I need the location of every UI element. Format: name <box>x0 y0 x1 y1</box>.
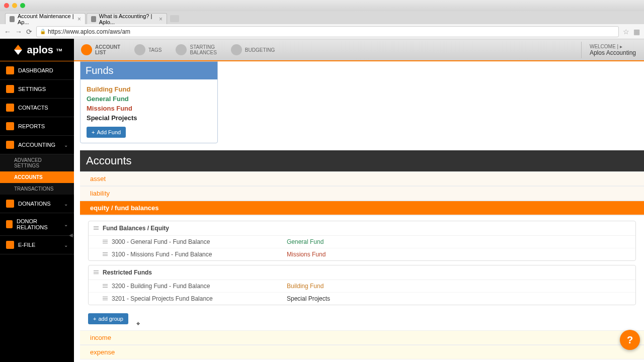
topnav-budgeting[interactable]: BUDGETING <box>224 44 282 55</box>
sidebar-icon <box>6 122 14 130</box>
forward-button[interactable]: → <box>15 28 22 36</box>
tab-close-icon[interactable]: × <box>77 16 81 23</box>
account-name: 3200 - Building Fund - Fund Balance <box>112 283 283 290</box>
main-layout: DASHBOARDSETTINGSCONTACTSREPORTSACCOUNTI… <box>0 61 644 362</box>
equity-body: Fund Balances / Equity3000 - General Fun… <box>80 215 644 330</box>
funds-header: Funds <box>80 62 217 79</box>
pie-chart-icon <box>81 44 92 55</box>
sidebar-item-donations[interactable]: DONATIONS⌄ <box>0 195 74 213</box>
drag-handle-icon[interactable] <box>94 270 99 275</box>
fund-link-missions-fund[interactable]: Missions Fund <box>87 104 211 113</box>
url-text: https://www.aplos.com/aws/am <box>48 28 130 35</box>
back-button[interactable]: ← <box>4 28 11 36</box>
content-area: Funds Building FundGeneral FundMissions … <box>74 61 644 362</box>
drag-handle-icon[interactable] <box>94 226 99 230</box>
drag-handle-icon[interactable] <box>103 284 108 288</box>
sidebar-label: DONOR RELATIONS <box>17 218 60 230</box>
account-group-header[interactable]: Restricted Funds <box>89 265 635 280</box>
fund-link-general-fund[interactable]: General Fund <box>87 94 211 104</box>
topnav-starting-balances[interactable]: STARTING BALANCES <box>169 44 223 55</box>
window-zoom-dot[interactable] <box>20 3 25 8</box>
browser-tab-0[interactable]: Account Maintenance | Ap... × <box>5 13 86 24</box>
plus-icon: + <box>92 129 95 135</box>
sidebar-sub-transactions[interactable]: TRANSACTIONS <box>0 183 74 195</box>
sidebar-label: ACCOUNTING <box>18 142 55 148</box>
sidebar-icon <box>6 66 14 74</box>
category-asset[interactable]: asset <box>80 171 644 186</box>
sidebar-label: DASHBOARD <box>18 67 53 73</box>
new-tab-button[interactable] <box>170 15 179 22</box>
browser-tab-1[interactable]: What is Accounting? | Aplo... × <box>87 13 167 24</box>
account-fund: Missions Fund <box>287 251 326 258</box>
category-liability[interactable]: liability <box>80 186 644 201</box>
welcome-box[interactable]: WELCOME | ▸ Aplos Accounting <box>581 42 644 58</box>
sidebar-label: E-FILE <box>18 242 35 248</box>
account-group-header[interactable]: Fund Balances / Equity <box>89 221 635 236</box>
drag-handle-icon[interactable] <box>103 240 108 244</box>
favicon-icon <box>10 16 15 22</box>
topnav-account-list[interactable]: ACCOUNT LIST <box>74 44 127 55</box>
account-row[interactable]: 3100 - Missions Fund - Fund BalanceMissi… <box>89 248 635 260</box>
fund-link-building-fund[interactable]: Building Fund <box>87 84 211 94</box>
funds-panel: Funds Building FundGeneral FundMissions … <box>80 61 218 143</box>
add-fund-label: Add Fund <box>97 129 121 135</box>
add-fund-button[interactable]: + Add Fund <box>87 127 126 138</box>
sidebar-item-contacts[interactable]: CONTACTS <box>0 99 74 117</box>
welcome-label: WELCOME | <box>590 44 618 49</box>
menu-icon[interactable]: ▦ <box>633 28 640 36</box>
sidebar-submenu: ADVANCED SETTINGSACCOUNTSTRANSACTIONS <box>0 154 74 195</box>
window-close-dot[interactable] <box>4 3 9 8</box>
favicon-icon <box>91 16 96 22</box>
chevron-down-icon: ⌄ <box>64 142 68 148</box>
sidebar-icon <box>6 241 14 249</box>
browser-url-bar: ← → ⟳ 🔒 https://www.aplos.com/aws/am ☆ ▦ <box>0 24 644 39</box>
drag-handle-icon[interactable] <box>103 297 108 301</box>
add-group-button[interactable]: + add group <box>88 313 128 324</box>
sidebar-icon <box>6 200 14 208</box>
welcome-caret: ▸ <box>620 44 622 49</box>
topnav-tags[interactable]: TAGS <box>127 44 169 55</box>
reload-button[interactable]: ⟳ <box>26 28 32 36</box>
calculator-icon <box>231 44 242 55</box>
gauge-icon <box>176 44 187 55</box>
category-equity[interactable]: equity / fund balances <box>80 201 644 215</box>
account-row[interactable]: 3200 - Building Fund - Fund BalanceBuild… <box>89 280 635 293</box>
plus-icon: + <box>93 316 96 322</box>
sidebar-sub-advanced-settings[interactable]: ADVANCED SETTINGS <box>0 154 74 171</box>
url-input[interactable]: 🔒 https://www.aplos.com/aws/am <box>36 26 619 37</box>
bookmark-star-icon[interactable]: ☆ <box>623 28 629 36</box>
account-row[interactable]: 3000 - General Fund - Fund BalanceGenera… <box>89 236 635 248</box>
sidebar-label: REPORTS <box>18 123 45 129</box>
topnav-label: ACCOUNT LIST <box>95 44 120 55</box>
account-name: 3201 - Special Projects Fund Balance <box>112 295 283 302</box>
sidebar-sub-accounts[interactable]: ACCOUNTS <box>0 171 74 183</box>
add-group-label: add group <box>98 316 123 322</box>
tab-close-icon[interactable]: × <box>159 16 163 23</box>
drag-handle-icon[interactable] <box>103 252 108 256</box>
sidebar-item-settings[interactable]: SETTINGS <box>0 80 74 99</box>
chevron-down-icon: ⌄ <box>64 242 68 248</box>
category-income[interactable]: income <box>80 330 644 345</box>
fund-link-special-projects[interactable]: Special Projects <box>87 113 211 123</box>
window-min-dot[interactable] <box>12 3 17 8</box>
app-name: Aplos Accounting <box>590 49 636 56</box>
sidebar-item-reports[interactable]: REPORTS <box>0 117 74 136</box>
account-row[interactable]: 3201 - Special Projects Fund BalanceSpec… <box>89 293 635 305</box>
account-group: Fund Balances / Equity3000 - General Fun… <box>88 221 636 261</box>
sidebar-item-e-file[interactable]: E-FILE⌄ <box>0 236 74 254</box>
sidebar: DASHBOARDSETTINGSCONTACTSREPORTSACCOUNTI… <box>0 61 74 362</box>
topnav-label: BUDGETING <box>245 47 275 53</box>
category-expense[interactable]: expense <box>80 345 644 359</box>
funds-body: Building FundGeneral FundMissions FundSp… <box>80 79 217 143</box>
sidebar-item-donor-relations[interactable]: DONOR RELATIONS⌄ <box>0 213 74 236</box>
logo-area[interactable]: aplos TM <box>0 39 74 61</box>
app-topnav: aplos TM ACCOUNT LIST TAGS STARTING BALA… <box>0 39 644 61</box>
sidebar-icon <box>6 85 14 93</box>
sidebar-item-dashboard[interactable]: DASHBOARD <box>0 61 74 80</box>
sidebar-label: CONTACTS <box>18 105 48 111</box>
sidebar-collapse-icon[interactable]: ◀ <box>69 232 73 238</box>
help-button[interactable]: ? <box>620 330 640 350</box>
topnav-label: TAGS <box>148 47 162 53</box>
browser-tab-bar: Account Maintenance | Ap... × What is Ac… <box>0 11 644 24</box>
sidebar-item-accounting[interactable]: ACCOUNTING⌄ <box>0 136 74 154</box>
